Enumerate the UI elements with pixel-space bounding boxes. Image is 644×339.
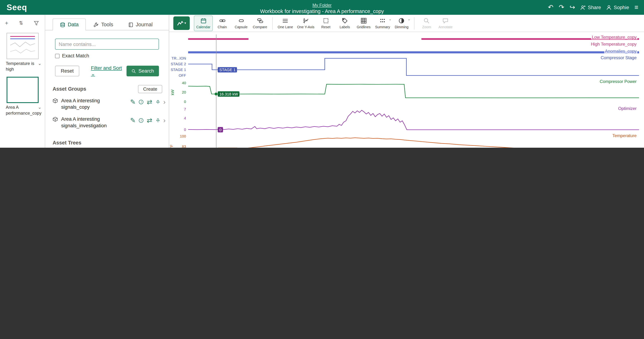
condition-bar[interactable] <box>188 38 249 40</box>
trend-lane-compressor-power: kW4020016.318 kWCompressor Power <box>169 79 639 106</box>
lane-series-label[interactable]: Temperature <box>612 133 638 138</box>
asset-list-item-area-a-interesting-signals-investigation[interactable]: Area A interesting signals_investigation… <box>45 113 169 132</box>
worksheet-tools: + ⇅ <box>0 18 45 28</box>
toolbar-button-label: Chain <box>218 25 227 29</box>
lane-series-label[interactable]: Compressor Stage <box>600 55 638 60</box>
worksheet-thumbnail-2[interactable] <box>6 77 38 103</box>
axis-tick-label: 0 <box>184 100 186 104</box>
signal-line[interactable] <box>188 79 639 106</box>
tab-tools[interactable]: Tools <box>86 18 120 30</box>
tab-journal[interactable]: Journal <box>120 18 160 30</box>
signal-line[interactable] <box>188 106 639 133</box>
reset-button[interactable]: Reset <box>55 66 80 76</box>
exact-match-option[interactable]: Exact Match <box>55 53 159 59</box>
hamburger-menu-icon[interactable]: ≡ <box>634 4 638 11</box>
toolbar-button-one-y-axis[interactable]: One Y-Axis <box>295 15 316 31</box>
worksheet-label-1[interactable]: Temperature is high⌄ <box>0 61 45 72</box>
app-logo[interactable]: Seeq <box>0 3 34 12</box>
search-input[interactable] <box>55 39 159 50</box>
toolbar-button-chain[interactable]: Chain <box>213 15 232 31</box>
info-icon[interactable]: i <box>139 118 144 123</box>
asset-groups-header: Asset Groups Create <box>52 85 162 93</box>
exact-match-checkbox[interactable] <box>55 54 60 58</box>
share-label: Share <box>588 4 601 10</box>
toolbar-button-one-lane[interactable]: One Lane <box>276 15 295 31</box>
toolbar-button-label: One Y-Axis <box>297 25 314 29</box>
reset-icon <box>323 17 329 23</box>
toolbar-button-reset[interactable]: Reset <box>316 15 336 31</box>
trend-lane-anomalies-copy: Anomalies_copy <box>169 48 639 55</box>
trend-cursor-line[interactable] <box>216 34 216 148</box>
chevron-down-icon[interactable]: ⌄ <box>38 61 42 66</box>
toolbar-button-dimming[interactable]: Dimming⌄ <box>392 15 411 31</box>
axis-unit-label: °F <box>170 145 174 148</box>
cursor-value-badge: 0 <box>218 127 223 132</box>
axis-unit-label: kW <box>170 90 174 95</box>
edit-pencil-icon[interactable]: ✎ <box>130 117 136 124</box>
toolbar-button-capsule[interactable]: Capsule <box>232 15 250 31</box>
chevron-down-icon: ▾ <box>184 21 186 25</box>
search-section: Exact Match Reset Filter and Sort ⌄ Sear… <box>45 30 169 77</box>
chevron-down-icon[interactable]: ⌄ <box>38 105 42 110</box>
lane-series-label[interactable]: Anomalies_copy <box>604 48 638 53</box>
lane-y-axis: TR...IONSTAGE 2STAGE 1OFF <box>169 55 188 79</box>
lane-plot: 0Optimizer <box>188 106 639 133</box>
lane-series-label[interactable]: Compressor Power <box>599 79 638 84</box>
toolbar-button-compare[interactable]: Compare <box>250 15 270 31</box>
swap-asset-icon[interactable]: ⇄ <box>147 98 152 106</box>
asset-list-item-area-a-interesting-signals-copy[interactable]: Area A interesting signals_copy✎i⇄› <box>45 95 169 113</box>
user-name: Sophie <box>614 4 629 10</box>
undo-icon[interactable]: ↶ <box>548 4 554 11</box>
trend-view-button[interactable]: ▾ <box>173 16 190 30</box>
toolbar-button-gridlines[interactable]: Gridlines <box>354 15 373 31</box>
chevron-right-icon[interactable]: › <box>163 98 166 106</box>
lane-series-label[interactable]: High Temperature_copy <box>590 41 638 46</box>
toolbar-button-label: Dimming <box>395 25 408 29</box>
user-menu[interactable]: Sophie <box>606 4 629 10</box>
condition-bar[interactable] <box>188 51 639 53</box>
swap-asset-icon[interactable]: ⇄ <box>147 117 152 124</box>
toolbar-button-calendar[interactable]: Calendar <box>194 15 213 31</box>
create-asset-group-button[interactable]: Create <box>138 85 162 93</box>
lane-plot: High Temperature_copy <box>188 41 639 48</box>
axis-tick-label: OFF <box>179 73 186 78</box>
axis-tick-label: STAGE 2 <box>171 62 186 66</box>
lane-series-label[interactable]: Optimizer <box>617 106 638 111</box>
forward-share-icon[interactable]: ↪ <box>570 4 575 11</box>
cursor-value-badge: 16.318 kW <box>218 91 240 97</box>
search-button[interactable]: Search <box>126 66 159 76</box>
pin-icon[interactable] <box>156 118 160 123</box>
toolbar-button-labels[interactable]: Labels <box>335 15 354 31</box>
signal-line[interactable] <box>188 55 639 79</box>
filter-and-sort-link[interactable]: Filter and Sort ⌄ <box>91 65 122 77</box>
share-button[interactable]: Share <box>580 4 601 10</box>
asset-list-item-example[interactable]: Examplei⇄› <box>45 147 169 148</box>
asset-trees-list: Examplei⇄›Seeq Monitors - SophLovesSeeq.… <box>45 147 169 148</box>
lane-series-label[interactable]: Low Temperature_copy <box>591 34 638 39</box>
add-worksheet-button[interactable]: + <box>5 20 8 26</box>
edit-pencil-icon[interactable]: ✎ <box>130 98 136 106</box>
dimming-icon <box>398 17 405 23</box>
chain-icon <box>219 17 225 23</box>
trend-lane-high-temperature-copy: High Temperature_copy <box>169 41 639 48</box>
lane-y-axis <box>169 34 188 41</box>
chevron-right-icon[interactable]: › <box>163 117 166 124</box>
worksheet-thumbnail-1[interactable] <box>6 33 38 59</box>
toolbar-divider <box>414 17 414 29</box>
labels-icon <box>342 17 348 23</box>
worksheet-label-2[interactable]: Area A performance_copy⌄ <box>0 105 45 116</box>
asset-item-label: Area A interesting signals_copy <box>61 98 127 110</box>
toolbar-button-summary[interactable]: Summary⌄ <box>373 15 392 31</box>
pin-icon[interactable] <box>156 100 160 104</box>
trend-chart[interactable]: Low Temperature_copyHigh Temperature_cop… <box>169 32 644 148</box>
filter-worksheets-icon[interactable] <box>34 20 39 26</box>
tab-data[interactable]: Data <box>52 18 86 30</box>
redo-icon[interactable]: ↷ <box>559 4 564 11</box>
breadcrumb[interactable]: My Folder <box>312 2 332 7</box>
reorder-worksheets-icon[interactable]: ⇅ <box>19 20 23 26</box>
signal-line[interactable] <box>188 133 639 148</box>
book-icon <box>128 22 133 27</box>
cursor-value-badge: 77.052 °F <box>218 147 238 148</box>
info-icon[interactable]: i <box>139 100 144 104</box>
toolbar-button-label: Calendar <box>196 25 210 29</box>
